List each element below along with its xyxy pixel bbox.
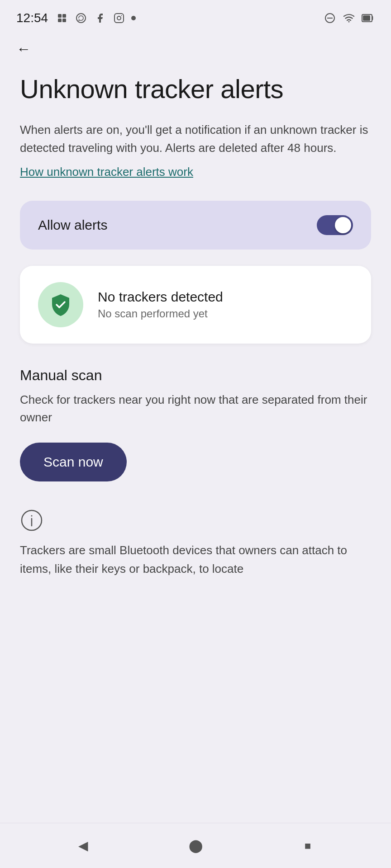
manual-scan-title: Manual scan [20, 367, 371, 384]
slack-icon [55, 11, 69, 25]
allow-alerts-toggle[interactable] [317, 215, 353, 235]
svg-rect-3 [62, 19, 66, 22]
instagram-icon [112, 11, 126, 25]
nav-back-icon: ◀ [78, 838, 88, 853]
toggle-knob [335, 217, 351, 233]
info-section: Trackers are small Bluetooth devices tha… [20, 509, 371, 578]
nav-back-button[interactable]: ◀ [69, 831, 98, 860]
svg-point-4 [76, 14, 86, 23]
svg-rect-0 [58, 14, 62, 18]
svg-point-7 [121, 15, 122, 16]
manual-scan-section: Manual scan Check for trackers near you … [20, 367, 371, 509]
help-link[interactable]: How unknown tracker alerts work [20, 165, 193, 179]
svg-rect-5 [114, 14, 124, 23]
battery-icon [361, 11, 375, 25]
no-trackers-card: No trackers detected No scan performed y… [20, 266, 371, 344]
status-app-icons [55, 11, 136, 25]
status-left: 12:54 [16, 11, 136, 25]
nav-home-button[interactable]: ⬤ [181, 831, 210, 860]
dnd-icon [323, 11, 337, 25]
allow-alerts-card: Allow alerts [20, 201, 371, 250]
shield-check-icon [48, 292, 73, 317]
svg-point-15 [31, 515, 33, 517]
no-trackers-title: No trackers detected [98, 289, 223, 305]
page-title: Unknown tracker alerts [20, 74, 371, 104]
status-bar: 12:54 [0, 0, 391, 33]
shield-icon-wrapper [38, 282, 83, 327]
nav-recents-button[interactable]: ■ [293, 831, 322, 860]
facebook-icon [93, 11, 107, 25]
whatsapp-icon [74, 11, 88, 25]
wifi-icon [342, 11, 356, 25]
bottom-nav: ◀ ⬤ ■ [0, 823, 391, 868]
svg-rect-12 [363, 15, 370, 21]
svg-point-6 [117, 16, 121, 20]
nav-recents-icon: ■ [305, 840, 311, 852]
info-description: Trackers are small Bluetooth devices tha… [20, 541, 371, 578]
nav-home-icon: ⬤ [189, 838, 203, 853]
manual-scan-description: Check for trackers near you right now th… [20, 391, 371, 426]
back-button[interactable]: ← [0, 33, 391, 61]
main-content: Unknown tracker alerts When alerts are o… [0, 61, 391, 823]
status-right-icons [323, 11, 375, 25]
svg-rect-2 [58, 19, 62, 22]
status-text: No trackers detected No scan performed y… [98, 289, 223, 320]
back-arrow-icon: ← [16, 41, 31, 57]
page-description: When alerts are on, you'll get a notific… [20, 121, 371, 157]
allow-alerts-label: Allow alerts [38, 217, 107, 233]
scan-now-button[interactable]: Scan now [20, 443, 127, 481]
svg-point-10 [348, 21, 350, 23]
notification-dot [131, 16, 136, 20]
status-time: 12:54 [16, 11, 48, 25]
svg-rect-1 [62, 14, 66, 18]
no-scan-subtitle: No scan performed yet [98, 307, 223, 320]
info-icon [20, 509, 43, 532]
